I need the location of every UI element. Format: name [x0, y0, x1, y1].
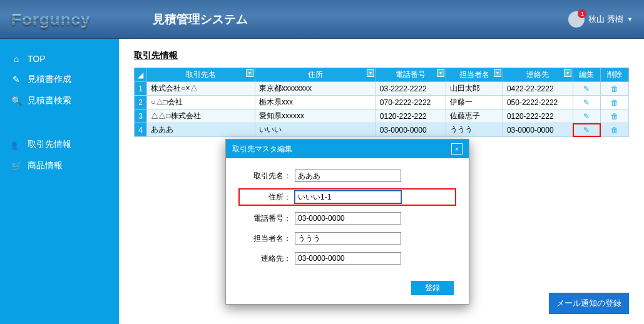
sidebar-item-customers[interactable]: 👥 取引先情報: [0, 134, 119, 155]
col-name[interactable]: 取引先名▾: [147, 68, 255, 82]
cell-person: 佐藤恵子: [446, 109, 503, 123]
chevron-down-icon[interactable]: ▾: [494, 69, 501, 77]
label-person: 担当者名：: [241, 233, 291, 244]
delete-icon[interactable]: 🗑: [601, 109, 629, 123]
modal-header: 取引先マスタ編集 ×: [226, 139, 469, 158]
cell-tel: 070-2222-2222: [376, 96, 446, 109]
person-field[interactable]: [295, 232, 401, 245]
sidebar-item-label: 商品情報: [28, 160, 63, 171]
avatar: 1: [568, 11, 585, 28]
modal-title: 取引先マスタ編集: [232, 144, 292, 154]
sidebar-item-label: 見積書検索: [28, 95, 71, 106]
cell-person: 山田太郎: [446, 82, 503, 96]
delete-icon[interactable]: 🗑: [601, 123, 629, 137]
sidebar: ⌂ TOP ✎ 見積書作成 🔍 見積書検索 👥 取引先情報 🛒 商品情報: [0, 39, 119, 324]
name-field[interactable]: [295, 170, 401, 182]
cart-icon: 🛒: [11, 161, 21, 171]
addr-field[interactable]: [295, 191, 401, 203]
contact-field[interactable]: [295, 252, 401, 265]
col-person[interactable]: 担当者名▾: [446, 68, 503, 82]
row-number: 4: [135, 123, 147, 137]
edit-icon[interactable]: ✎: [573, 96, 601, 109]
chevron-down-icon[interactable]: ▾: [246, 69, 253, 77]
col-rownum[interactable]: ◢: [135, 68, 147, 82]
col-tel[interactable]: 電話番号▾: [376, 68, 446, 82]
chevron-down-icon[interactable]: ▾: [437, 69, 444, 77]
cell-addr: 栃木県xxx: [255, 96, 376, 109]
register-button[interactable]: 登録: [411, 281, 454, 295]
search-icon: 🔍: [11, 96, 21, 106]
row-number: 3: [135, 109, 147, 123]
customers-table: ◢ 取引先名▾ 住所▾ 電話番号▾ 担当者名▾ 連絡先▾ 編集 削除 1株式会社…: [134, 68, 629, 137]
cell-tel: 03-0000-0000: [376, 123, 446, 137]
cell-contact: 050-2222-2222: [503, 96, 573, 109]
edit-icon[interactable]: ✎: [573, 109, 601, 123]
table-row[interactable]: 3△△□株式会社愛知県xxxxxx0120-222-222佐藤恵子0120-22…: [135, 109, 629, 123]
cell-name: あああ: [147, 123, 255, 137]
tel-field[interactable]: [295, 212, 401, 225]
delete-icon[interactable]: 🗑: [601, 96, 629, 109]
chevron-down-icon[interactable]: ▾: [564, 69, 571, 77]
pencil-icon: ✎: [11, 74, 21, 84]
cell-contact: 0120-222-222: [503, 109, 573, 123]
sidebar-item-create[interactable]: ✎ 見積書作成: [0, 69, 119, 90]
app-header: Forguncy 見積管理システム 1 秋山 秀樹 ▼: [0, 0, 644, 39]
user-menu[interactable]: 1 秋山 秀樹 ▼: [568, 11, 633, 28]
label-contact: 連絡先：: [241, 253, 291, 264]
notification-badge: 1: [578, 9, 586, 18]
col-addr[interactable]: 住所▾: [255, 68, 376, 82]
label-tel: 電話番号：: [241, 213, 291, 224]
cell-name: ○△□会社: [147, 96, 255, 109]
sidebar-item-label: 取引先情報: [28, 139, 71, 150]
table-row[interactable]: 4あああいいい03-0000-0000ううう03-0000-0000✎🗑: [135, 123, 629, 137]
edit-modal: 取引先マスタ編集 × 取引先名： 住所： 電話番号： 担当者名： 連絡先： 登録: [225, 139, 469, 305]
col-edit: 編集: [573, 68, 601, 82]
app-logo: Forguncy: [11, 10, 90, 29]
sidebar-item-top[interactable]: ⌂ TOP: [0, 49, 119, 69]
people-icon: 👥: [11, 139, 21, 149]
col-delete: 削除: [601, 68, 629, 82]
label-name: 取引先名：: [241, 171, 291, 181]
sidebar-item-label: TOP: [28, 54, 46, 64]
delete-icon[interactable]: 🗑: [601, 82, 629, 96]
cell-person: ううう: [446, 123, 503, 137]
user-name: 秋山 秀樹: [588, 14, 623, 25]
chevron-down-icon: ▼: [627, 16, 633, 23]
cell-tel: 03-2222-2222: [376, 82, 446, 96]
page-title: 取引先情報: [134, 50, 629, 61]
row-number: 2: [135, 96, 147, 109]
sidebar-item-search[interactable]: 🔍 見積書検索: [0, 90, 119, 111]
cell-tel: 0120-222-222: [376, 109, 446, 123]
edit-icon[interactable]: ✎: [573, 82, 601, 96]
home-icon: ⌂: [11, 54, 21, 64]
cell-addr: 東京都xxxxxxxx: [255, 82, 376, 96]
label-addr: 住所：: [241, 192, 291, 203]
cell-name: 株式会社○×△: [147, 82, 255, 96]
chevron-down-icon[interactable]: ▾: [367, 69, 374, 77]
sidebar-item-label: 見積書作成: [28, 74, 71, 85]
table-row[interactable]: 2○△□会社栃木県xxx070-2222-2222伊藤一050-2222-222…: [135, 96, 629, 109]
cell-addr: いいい: [255, 123, 376, 137]
cell-person: 伊藤一: [446, 96, 503, 109]
table-row[interactable]: 1株式会社○×△東京都xxxxxxxx03-2222-2222山田太郎0422-…: [135, 82, 629, 96]
cell-contact: 0422-22-2222: [503, 82, 573, 96]
cell-name: △△□株式会社: [147, 109, 255, 123]
system-title: 見積管理システム: [153, 11, 248, 28]
close-icon[interactable]: ×: [451, 143, 463, 154]
mail-register-button[interactable]: メール通知の登録: [549, 293, 629, 314]
cell-contact: 03-0000-0000: [503, 123, 573, 137]
edit-icon[interactable]: ✎: [573, 123, 601, 137]
cell-addr: 愛知県xxxxxx: [255, 109, 376, 123]
row-number: 1: [135, 82, 147, 96]
sidebar-item-products[interactable]: 🛒 商品情報: [0, 155, 119, 176]
col-contact[interactable]: 連絡先▾: [503, 68, 573, 82]
